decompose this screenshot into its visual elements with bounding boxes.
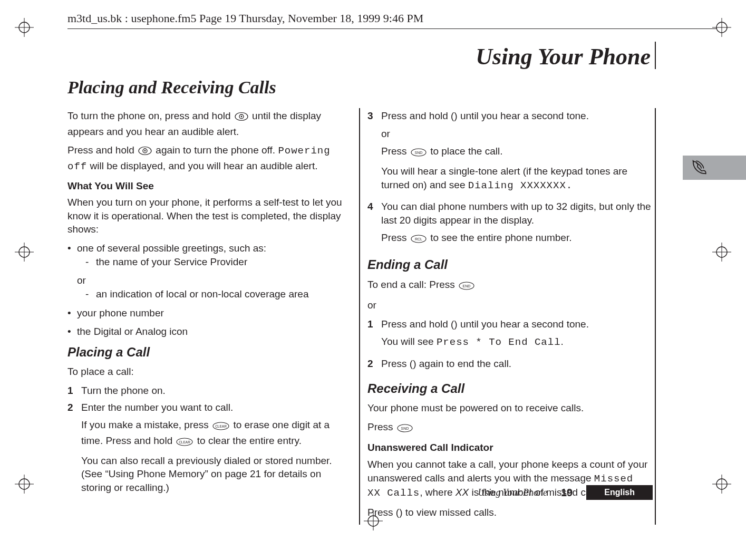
list-item: your phone number xyxy=(77,306,353,320)
chapter-title: Using Your Phone xyxy=(67,43,653,70)
snd-key-icon: SND xyxy=(411,147,427,160)
paragraph: Press () to view missed calls. xyxy=(367,506,653,519)
text: Press xyxy=(367,507,396,518)
text: If you make a mistake, press xyxy=(81,419,211,430)
registration-mark-icon xyxy=(15,243,34,262)
step-3: 3 Press and hold () until you hear a sec… xyxy=(367,109,653,197)
text: Press xyxy=(367,421,396,432)
text: to view missed calls. xyxy=(403,507,497,518)
paragraph: Your phone must be powered on to receive… xyxy=(367,401,653,415)
smart-key-symbol: () xyxy=(410,358,416,369)
paragraph: Press and hold () until you hear a secon… xyxy=(381,317,653,331)
step-body: Press and hold () until you hear a secon… xyxy=(381,109,653,197)
svg-text:END: END xyxy=(463,284,471,288)
step-body: You can dial phone numbers with up to 32… xyxy=(381,200,653,251)
text: To end a call: Press xyxy=(367,279,458,290)
column-rule xyxy=(655,108,656,525)
text: until you hear a second tone. xyxy=(458,318,589,330)
text: to place the call. xyxy=(430,146,502,157)
step-body: Enter the number you want to call. If yo… xyxy=(81,401,353,499)
heading-unanswered-call-indicator: Unanswered Call Indicator xyxy=(367,441,653,455)
text: again to end the call. xyxy=(416,358,512,369)
power-key-icon xyxy=(138,146,152,159)
step-body: Press and hold () until you hear a secon… xyxy=(381,317,653,354)
text: to clear the entire entry. xyxy=(197,435,302,446)
svg-point-26 xyxy=(144,150,146,152)
left-column: To turn the phone on, press and hold unt… xyxy=(67,109,353,525)
svg-text:RCL: RCL xyxy=(415,237,422,241)
step-number: 2 xyxy=(67,401,76,499)
document-header-text: m3td_us.bk : usephone.fm5 Page 19 Thursd… xyxy=(67,12,717,25)
registration-mark-icon xyxy=(712,243,731,262)
step-number: 1 xyxy=(67,384,76,398)
list-item: the Digital or Analog icon xyxy=(77,325,353,339)
text: until you hear a second tone. xyxy=(458,110,589,121)
paragraph: Press SND to place the call. xyxy=(381,144,653,160)
text: again to turn the phone off. xyxy=(156,144,278,156)
document-header: m3td_us.bk : usephone.fm5 Page 19 Thursd… xyxy=(67,12,717,29)
text: To turn the phone on, press and hold xyxy=(67,110,234,121)
text: one of several possible greetings, such … xyxy=(77,243,266,254)
clear-key-icon: CLEAR xyxy=(176,436,193,450)
text: Enter the number you want to call. xyxy=(81,401,353,414)
end-key-icon: END xyxy=(459,280,474,294)
clear-key-icon: CLEAR xyxy=(212,420,229,434)
text: Press and hold xyxy=(381,110,451,121)
rcl-key-icon: RCL xyxy=(411,233,427,247)
paragraph: Press () again to end the call. xyxy=(381,357,653,371)
step-4: 4 You can dial phone numbers with up to … xyxy=(367,200,653,251)
section-edge-tab xyxy=(683,156,746,180)
svg-text:CLEAR: CLEAR xyxy=(215,424,227,428)
paragraph: To end a call: Press END xyxy=(367,278,653,294)
list-item: the name of your Service Provider xyxy=(96,255,353,269)
text: . xyxy=(561,336,564,347)
text: Press xyxy=(381,358,410,369)
text: Press and hold xyxy=(381,318,451,330)
end-step-2: 2 Press () again to end the call. xyxy=(367,357,653,375)
page-number: 19 xyxy=(561,487,573,499)
heading-what-you-will-see: What You Will See xyxy=(67,179,353,193)
page-body: Using Your Phone Placing and Receiving C… xyxy=(67,43,653,525)
right-column: 3 Press and hold () until you hear a sec… xyxy=(367,109,653,525)
step-number: 2 xyxy=(367,357,376,375)
running-head: Using Your Phone xyxy=(478,487,547,498)
section-title: Placing and Receiving Calls xyxy=(67,78,653,98)
header-rule xyxy=(67,28,717,29)
heading-placing-a-call: Placing a Call xyxy=(67,344,353,361)
smart-key-symbol: () xyxy=(451,318,458,330)
text: Press and hold xyxy=(67,144,137,156)
text: Press xyxy=(381,232,410,243)
paragraph: You can dial phone numbers with up to 32… xyxy=(381,200,653,227)
paragraph: Press SND xyxy=(367,420,653,436)
phone-icon xyxy=(690,159,708,177)
lcd-text: Press * To End Call xyxy=(437,336,561,348)
step-number: 4 xyxy=(367,200,376,251)
step-body: Press () again to end the call. xyxy=(381,357,653,375)
text-or: or xyxy=(381,127,653,141)
step-body: Turn the phone on. xyxy=(81,384,353,398)
registration-mark-icon xyxy=(712,475,731,494)
page-footer: Using Your Phone 19 English xyxy=(67,485,653,500)
paragraph: You will see Press * To End Call. xyxy=(381,335,653,350)
chapter-rule xyxy=(655,42,656,69)
column-rule xyxy=(359,108,360,525)
text: Press xyxy=(381,146,410,157)
text-or: or xyxy=(367,298,653,312)
end-step-1: 1 Press and hold () until you hear a sec… xyxy=(367,317,653,354)
paragraph: If you make a mistake, press CLEAR to er… xyxy=(81,418,353,449)
step-number: 1 xyxy=(367,317,376,354)
step-number: 3 xyxy=(367,109,376,197)
snd-key-icon: SND xyxy=(397,422,413,436)
language-badge: English xyxy=(586,485,653,500)
text: will be displayed, and you will hear an … xyxy=(90,160,318,171)
step-2: 2 Enter the number you want to call. If … xyxy=(67,401,353,499)
lcd-text: Dialing XXXXXXX. xyxy=(468,180,573,191)
heading-receiving-a-call: Receiving a Call xyxy=(367,380,653,397)
svg-text:SND: SND xyxy=(414,151,422,155)
paragraph: Press and hold again to turn the phone o… xyxy=(67,143,353,173)
paragraph: To place a call: xyxy=(67,365,353,379)
text: You will see xyxy=(381,336,437,347)
text-or: or xyxy=(77,274,353,287)
list-item: one of several possible greetings, such … xyxy=(77,242,353,301)
heading-ending-a-call: Ending a Call xyxy=(367,256,653,273)
